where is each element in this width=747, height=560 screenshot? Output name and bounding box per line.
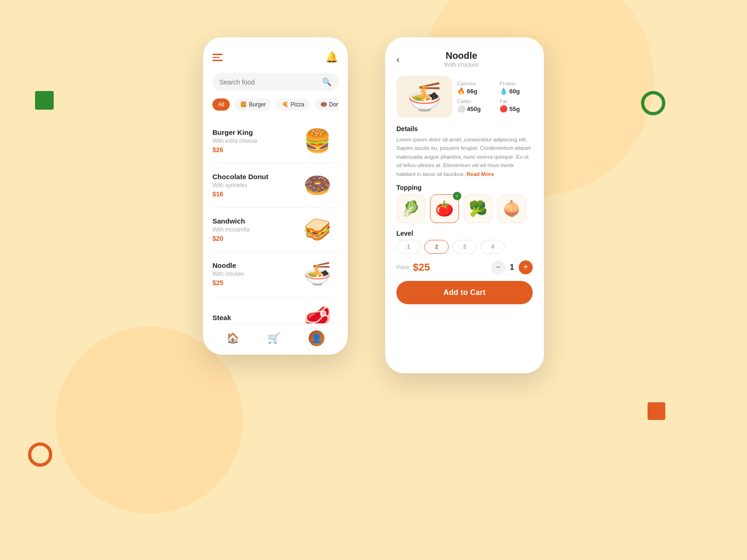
food-price-burger: $26 (212, 146, 296, 154)
food-img-donut: 🍩 (296, 169, 338, 202)
topping-tomato[interactable]: 🍅 ✓ (430, 194, 459, 223)
food-item-noodle[interactable]: Noodle With chicken $25 🍜 (212, 252, 338, 296)
category-donut[interactable]: 🍩 Donut (315, 98, 338, 111)
quantity-display: 1 (510, 263, 514, 272)
calories-value: 66g (467, 88, 477, 95)
bottom-nav: 🏠 🛒 👤 (212, 323, 338, 355)
search-bar[interactable]: 🔍 (212, 73, 338, 91)
search-input[interactable] (219, 78, 322, 86)
search-icon: 🔍 (322, 77, 331, 86)
topping-check-icon: ✓ (453, 192, 461, 200)
nutrition-fat: Fat 🔴 55g (500, 98, 533, 112)
level-row: 1 2 3 4 (396, 240, 533, 254)
nutrition-row: 🍜 Calories 🔥 66g Protein 💧 60g (396, 76, 533, 118)
nutrition-calories: Calories 🔥 66g (457, 81, 490, 95)
phone-left: 🔔 🔍 All 🍔 Burger 🍕 Pizza 🍩 Donut (203, 37, 348, 355)
deco-orange-square (648, 402, 665, 420)
food-desc-sandwich: With mozarella (212, 226, 296, 233)
food-desc-noodle: With chicken (212, 271, 296, 277)
deco-green-square (35, 91, 54, 110)
nav-cart[interactable]: 🛒 (268, 332, 280, 344)
phones-wrapper: 🔔 🔍 All 🍔 Burger 🍕 Pizza 🍩 Donut (203, 37, 544, 373)
quantity-increase-button[interactable]: + (519, 260, 533, 274)
carbo-icon: ⚪ (457, 105, 465, 112)
quantity-decrease-button[interactable]: − (491, 260, 505, 274)
category-all-label: All (218, 101, 224, 108)
food-img-sandwich: 🥪 (296, 213, 338, 246)
food-name-noodle: Noodle (212, 261, 296, 269)
category-burger[interactable]: 🍔 Burger (234, 98, 271, 111)
price-label: Price (396, 264, 409, 271)
price-row: Price $25 − 1 + (396, 260, 533, 274)
food-img-burger: 🍔 (296, 125, 338, 157)
nutrition-grid: Calories 🔥 66g Protein 💧 60g Carbo (457, 81, 533, 112)
category-pizza-emoji: 🍕 (282, 101, 289, 108)
food-desc-donut: With sprinkles (212, 182, 296, 189)
level-section-label: Level (396, 230, 533, 237)
category-all[interactable]: All (212, 98, 230, 111)
topping-broccoli[interactable]: 🥦 (464, 194, 493, 223)
detail-header: ‹ Noodle With chicken (396, 50, 533, 68)
food-name-steak: Steak (212, 314, 296, 322)
level-2[interactable]: 2 (424, 240, 449, 254)
nav-profile[interactable]: 👤 (309, 330, 324, 346)
fat-value: 55g (509, 105, 520, 112)
quantity-control: − 1 + (491, 260, 533, 274)
read-more-link[interactable]: Read More (466, 171, 494, 177)
deco-green-circle (641, 91, 665, 115)
protein-value: 60g (509, 88, 520, 95)
topping-row: 🥬 🍅 ✓ 🥦 🧅 (396, 194, 533, 223)
menu-icon[interactable] (212, 54, 223, 61)
food-item-sandwich[interactable]: Sandwich With mozarella $20 🥪 (212, 208, 338, 252)
phone-right: ‹ Noodle With chicken 🍜 Calories 🔥 66g (385, 37, 544, 373)
food-detail-image: 🍜 (396, 76, 452, 118)
nutrition-carbo: Carbo ⚪ 450g (457, 98, 490, 112)
level-1[interactable]: 1 (396, 240, 421, 254)
topping-lettuce[interactable]: 🥬 (396, 194, 425, 223)
food-name-burger: Burger King (212, 128, 296, 136)
category-burger-emoji: 🍔 (240, 101, 247, 108)
nutrition-protein: Protein 💧 60g (500, 81, 533, 95)
food-list: Burger King With extra cheese $26 🍔 Choc… (212, 119, 338, 323)
food-item-donut[interactable]: Chocolate Donut With sprinkles $16 🍩 (212, 163, 338, 208)
fat-icon: 🔴 (500, 105, 507, 112)
deco-orange-circle (28, 442, 52, 467)
food-img-noodle: 🍜 (296, 258, 338, 290)
food-desc-burger: With extra cheese (212, 138, 296, 144)
carbo-value: 450g (467, 105, 481, 112)
detail-title: Noodle (404, 50, 519, 61)
categories-row: All 🍔 Burger 🍕 Pizza 🍩 Donut 🥪 Sa... (212, 98, 338, 111)
food-price-sandwich: $20 (212, 235, 296, 242)
category-burger-label: Burger (249, 101, 266, 108)
food-name-sandwich: Sandwich (212, 217, 296, 225)
details-section-label: Details (396, 125, 533, 133)
food-name-donut: Chocolate Donut (212, 173, 296, 181)
food-img-steak: 🥩 (296, 302, 338, 323)
topping-onion[interactable]: 🧅 (497, 194, 526, 223)
nav-home[interactable]: 🏠 (226, 332, 239, 344)
add-to-cart-button[interactable]: Add to Cart (396, 281, 533, 304)
food-item-steak[interactable]: Steak 🥩 (212, 296, 338, 323)
app-header: 🔔 (212, 50, 338, 64)
category-pizza[interactable]: 🍕 Pizza (276, 98, 310, 111)
detail-subtitle: With chicken (404, 61, 519, 68)
protein-icon: 💧 (500, 87, 507, 95)
food-item-burger[interactable]: Burger King With extra cheese $26 🍔 (212, 119, 338, 163)
category-pizza-label: Pizza (290, 101, 304, 108)
topping-section-label: Topping (396, 184, 533, 191)
food-price-noodle: $25 (212, 279, 296, 287)
details-text: Lorem ipsum dolor sit amet, consectetur … (396, 135, 533, 178)
level-4[interactable]: 4 (480, 240, 505, 254)
price-value: $25 (413, 261, 491, 273)
food-price-donut: $16 (212, 190, 296, 198)
level-3[interactable]: 3 (452, 240, 477, 254)
fire-icon: 🔥 (457, 87, 465, 95)
category-donut-label: Donut (329, 101, 338, 108)
back-button[interactable]: ‹ (396, 54, 400, 65)
bell-icon[interactable]: 🔔 (324, 50, 338, 64)
category-donut-emoji: 🍩 (320, 101, 327, 108)
